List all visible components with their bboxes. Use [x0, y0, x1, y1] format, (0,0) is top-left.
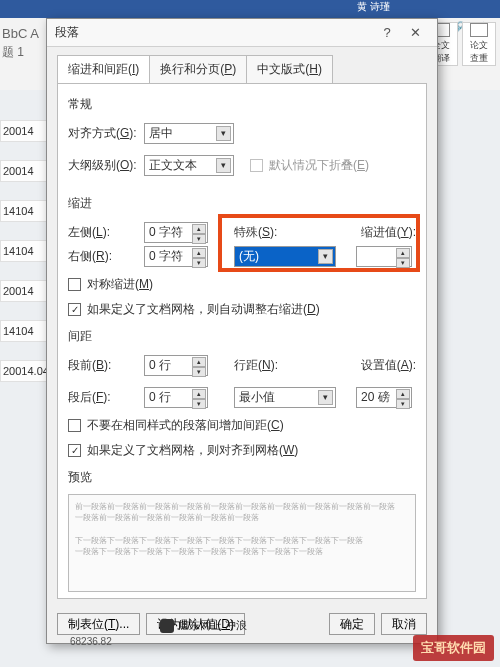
doc-cell: 20014: [0, 160, 48, 182]
checkbox-icon: [68, 419, 81, 432]
preview-pane: 前一段落前一段落前一段落前一段落前一段落前一段落前一段落前一段落前一段落前一段落…: [68, 494, 416, 592]
style-preview-text: BbC A: [2, 26, 39, 41]
indent-left-spinner[interactable]: 0 字符▴▾: [144, 222, 208, 243]
tab-line-page-breaks[interactable]: 换行和分页(P): [149, 55, 247, 83]
chevron-down-icon: ▾: [216, 126, 231, 141]
space-before-spinner[interactable]: 0 行▴▾: [144, 355, 208, 376]
doc-cell: 20014.04: [0, 360, 48, 382]
tabs-button[interactable]: 制表位(T)...: [57, 613, 140, 635]
papercheck-icon: [470, 23, 488, 37]
indent-right-label: 右侧(R):: [68, 248, 138, 265]
spin-up-icon: ▴: [192, 389, 206, 399]
doc-cell: 20014: [0, 120, 48, 142]
checkbox-checked-icon: ✓: [68, 303, 81, 316]
wechat-icon: [160, 619, 174, 633]
app-titlebar: [0, 0, 500, 18]
chevron-down-icon: ▾: [318, 390, 333, 405]
spin-up-icon: ▴: [396, 248, 410, 258]
doc-cell: 14104: [0, 320, 48, 342]
ribbon-papercheck-button[interactable]: 论文 查重: [462, 22, 496, 66]
tab-asian-typography[interactable]: 中文版式(H): [246, 55, 333, 83]
alignment-combo[interactable]: 居中▾: [144, 123, 234, 144]
line-spacing-combo[interactable]: 最小值▾: [234, 387, 336, 408]
chevron-down-icon: ▾: [318, 249, 333, 264]
doc-cell: 14104: [0, 200, 48, 222]
doc-cell: 20014: [0, 280, 48, 302]
spin-down-icon: ▾: [192, 258, 206, 268]
tab-indent-spacing[interactable]: 缩进和间距(I): [57, 55, 150, 83]
section-preview: 预览: [68, 469, 416, 486]
dialog-title: 段落: [55, 24, 79, 41]
indent-right-spinner[interactable]: 0 字符▴▾: [144, 246, 208, 267]
section-indent: 缩进: [68, 195, 416, 212]
dialog-titlebar: 段落 ? ✕: [47, 19, 437, 47]
dialog-body: 常规 对齐方式(G): 居中▾ 大纲级别(O): 正文文本▾ 默认情况下折叠(E…: [57, 84, 427, 599]
at-label: 设置值(A):: [361, 357, 416, 374]
section-spacing: 间距: [68, 328, 416, 345]
spin-down-icon: ▾: [396, 258, 410, 268]
spin-up-icon: ▴: [192, 357, 206, 367]
watermark: 宝哥软件园: [413, 635, 494, 661]
indent-by-label: 缩进值(Y):: [361, 224, 416, 241]
dialog-tabs: 缩进和间距(I) 换行和分页(P) 中文版式(H): [57, 55, 427, 84]
auto-adjust-indent-checkbox[interactable]: ✓如果定义了文档网格，则自动调整右缩进(D): [68, 301, 416, 318]
line-spacing-label: 行距(N):: [234, 357, 296, 374]
wechat-author: 旭东网上 冲浪: [160, 618, 247, 633]
spin-up-icon: ▴: [396, 389, 410, 399]
space-after-spinner[interactable]: 0 行▴▾: [144, 387, 208, 408]
checkbox-icon: [250, 159, 263, 172]
checkbox-icon: [68, 278, 81, 291]
chevron-down-icon: ▾: [216, 158, 231, 173]
mirror-indent-checkbox[interactable]: 对称缩进(M): [68, 276, 416, 293]
collapse-checkbox[interactable]: 默认情况下折叠(E): [250, 157, 369, 174]
cancel-button[interactable]: 取消: [381, 613, 427, 635]
spin-down-icon: ▾: [192, 367, 206, 377]
outline-label: 大纲级别(O):: [68, 157, 138, 174]
special-label: 特殊(S):: [234, 224, 296, 241]
checkbox-checked-icon: ✓: [68, 444, 81, 457]
ok-button[interactable]: 确定: [329, 613, 375, 635]
document-column: 20014 20014 14104 14104 20014 14104 2001…: [0, 120, 48, 382]
spin-down-icon: ▾: [192, 234, 206, 244]
special-indent-combo[interactable]: (无)▾: [234, 246, 336, 267]
spin-down-icon: ▾: [396, 399, 410, 409]
space-after-label: 段后(F):: [68, 389, 138, 406]
paragraph-dialog: 段落 ? ✕ 缩进和间距(I) 换行和分页(P) 中文版式(H) 常规 对齐方式…: [46, 18, 438, 644]
indent-left-label: 左侧(L):: [68, 224, 138, 241]
spin-up-icon: ▴: [192, 248, 206, 258]
alignment-label: 对齐方式(G):: [68, 125, 138, 142]
snap-to-grid-checkbox[interactable]: ✓如果定义了文档网格，则对齐到网格(W): [68, 442, 416, 459]
indent-by-spinner[interactable]: ▴▾: [356, 246, 412, 267]
space-before-label: 段前(B):: [68, 357, 138, 374]
spin-down-icon: ▾: [192, 399, 206, 409]
user-name: 黄 诗瑾: [357, 0, 390, 14]
help-button[interactable]: ?: [373, 25, 401, 40]
outline-combo[interactable]: 正文文本▾: [144, 155, 234, 176]
close-button[interactable]: ✕: [401, 25, 429, 40]
style-label: 题 1: [2, 44, 24, 61]
doc-cell: 14104: [0, 240, 48, 262]
section-general: 常规: [68, 96, 416, 113]
at-value-spinner[interactable]: 20 磅▴▾: [356, 387, 412, 408]
doc-number: 68236.82: [70, 636, 112, 647]
no-space-same-style-checkbox[interactable]: 不要在相同样式的段落间增加间距(C): [68, 417, 416, 434]
spin-up-icon: ▴: [192, 224, 206, 234]
